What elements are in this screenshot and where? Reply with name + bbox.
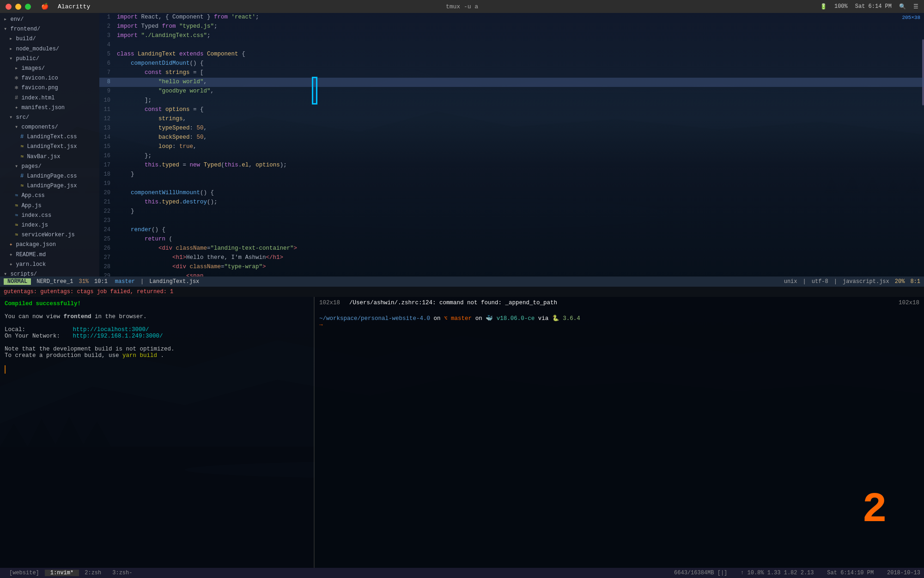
- tmux-window-zsh3[interactable]: 3:zsh-: [107, 570, 138, 576]
- code-line-16: 16 };: [99, 152, 924, 161]
- tmux-window-zsh2[interactable]: 2:zsh: [79, 570, 107, 576]
- mac-menubar: 🍎 Alacritty: [38, 3, 93, 10]
- tmux-window-nvim[interactable]: 1:nvim*: [45, 570, 79, 576]
- battery-percent: 100%: [834, 3, 848, 10]
- line-count-badge: 205×38: [902, 15, 920, 20]
- tmux-cpu: ↑ 10.8% 1.33 1.82 2.13: [741, 570, 814, 576]
- vim-info-line: gutentags: gutentags: ctags job failed, …: [0, 287, 924, 297]
- tree-item-src[interactable]: ▾ src/: [0, 113, 99, 123]
- tree-item-node-modules[interactable]: ▸ node_modules/: [0, 44, 99, 54]
- term-prompt-line: ~/workspace/personal-website-4.0 on ⌥ ma…: [319, 314, 919, 322]
- vim-message: gutentags: gutentags: ctags job failed, …: [4, 289, 173, 295]
- maximize-button[interactable]: [25, 4, 31, 10]
- code-line-11: 11 const options = {: [99, 105, 924, 115]
- code-line-17: 17 this.typed = new Typed(this.el, optio…: [99, 161, 924, 170]
- code-line-5: 5 class LandingText extends Component {: [99, 50, 924, 59]
- tree-item-index-js[interactable]: ≈ index.js: [0, 221, 99, 230]
- tree-item-scripts[interactable]: ▾ scripts/: [0, 270, 99, 277]
- vim-status-bar: NORMAL NERD_tree_1 31% 10:1 master | Lan…: [0, 277, 924, 287]
- tree-item-landingpage-css[interactable]: # LandingPage.css: [0, 172, 99, 181]
- window-title: tmux -u a: [446, 3, 478, 10]
- code-line-6: 6 componentDidMount() {: [99, 59, 924, 68]
- tree-item-package-json[interactable]: ✦ package.json: [0, 240, 99, 250]
- code-line-14: 14 backSpeed: 50,: [99, 133, 924, 142]
- code-line-23: 23: [99, 216, 924, 226]
- tree-item-yarn-lock[interactable]: ✦ yarn.lock: [0, 260, 99, 270]
- tree-item-favicon-png[interactable]: ✻ favicon.png: [0, 83, 99, 93]
- minimize-button[interactable]: [15, 4, 21, 10]
- file-format: utf-8: [812, 278, 828, 285]
- tmux-info: 6643/16384MB [|] ↑ 10.8% 1.33 1.82 2.13 …: [674, 570, 920, 576]
- term-prompt-arrow: →: [319, 322, 919, 328]
- tree-item-images[interactable]: ▸ images/: [0, 64, 99, 74]
- vim-cursor: [312, 77, 317, 105]
- tree-item-readme-md[interactable]: ✦ README.md: [0, 250, 99, 260]
- code-line-27: 27 <h1>Hello there, I'm Ashwin</h1>: [99, 253, 924, 263]
- tree-item-pages[interactable]: ▾ pages/: [0, 162, 99, 172]
- code-line-21: 21 this.typed.destroy();: [99, 198, 924, 207]
- status-percent: 31%: [79, 278, 89, 285]
- status-left: NORMAL NERD_tree_1 31% 10:1: [4, 278, 108, 285]
- code-line-7: 7 const strings = [: [99, 68, 924, 78]
- tree-item-favicon-ico[interactable]: ✻ favicon.ico: [0, 74, 99, 83]
- tree-item-build[interactable]: ▸ build/: [0, 34, 99, 44]
- tree-item-manifest-json[interactable]: ✦ manifest.json: [0, 103, 99, 113]
- editor-area: ▸ env/ ▾ frontend/ ▸ build/ ▸ node_modul…: [0, 13, 924, 277]
- main-container: ▸ env/ ▾ frontend/ ▸ build/ ▸ node_modul…: [0, 13, 924, 578]
- tree-item-index-html[interactable]: # index.html: [0, 93, 99, 103]
- tree-item-landingtext-css[interactable]: # LandingText.css: [0, 132, 99, 142]
- code-line-10: 10 ];: [99, 96, 924, 105]
- code-line-8: 8 "hello world",: [99, 78, 924, 87]
- git-branch: master: [115, 278, 135, 285]
- code-line-2: 2 import Typed from "typed.js";: [99, 22, 924, 31]
- tree-item-serviceworker-js[interactable]: ≈ serviceWorker.js: [0, 230, 99, 240]
- file-encoding: unix: [784, 278, 797, 285]
- menu-icon[interactable]: ☰: [913, 3, 918, 10]
- code-content: 205×38 1 import React, { Component } fro…: [99, 13, 924, 277]
- status-ratio: 10:1: [94, 278, 108, 285]
- code-line-25: 25 return (: [99, 235, 924, 244]
- tree-item-env[interactable]: ▸ env/: [0, 15, 99, 25]
- tmux-window-website[interactable]: [website]: [4, 570, 45, 576]
- tmux-date: 2018-10-13: [887, 570, 920, 576]
- code-line-1: 1 import React, { Component } from 'reac…: [99, 13, 924, 22]
- code-line-26: 26 <div className="landing-text-containe…: [99, 244, 924, 253]
- code-line-24: 24 render() {: [99, 226, 924, 235]
- tree-item-components[interactable]: ▾ components/: [0, 123, 99, 132]
- search-icon[interactable]: 🔍: [899, 3, 906, 10]
- tmux-windows: [website] 1:nvim* 2:zsh 3:zsh-: [4, 570, 138, 576]
- tmux-bar: [website] 1:nvim* 2:zsh 3:zsh- 6643/1638…: [0, 568, 924, 578]
- traffic-lights: [6, 4, 31, 10]
- tree-item-landingpage-jsx[interactable]: ≈ LandingPage.jsx: [0, 181, 99, 191]
- apple-menu[interactable]: 🍎: [38, 3, 51, 10]
- code-line-28: 28 <div className="type-wrap">: [99, 263, 924, 272]
- status-zoom: 20%: [895, 278, 905, 285]
- alacritty-menu[interactable]: Alacritty: [55, 3, 93, 10]
- battery-icon: 🔋: [820, 3, 827, 10]
- tree-item-app-css[interactable]: ≈ App.css: [0, 191, 99, 201]
- tree-item-index-css[interactable]: ≈ index.css: [0, 211, 99, 221]
- nerd-tree-name: NERD_tree_1: [36, 278, 73, 285]
- tree-item-frontend[interactable]: ▾ frontend/: [0, 25, 99, 34]
- terminal-right-pane[interactable]: 102x18 /Users/ashwin/.zshrc:124: command…: [315, 297, 924, 568]
- tree-item-public[interactable]: ▾ public/: [0, 54, 99, 64]
- code-line-18: 18 }: [99, 170, 924, 179]
- code-line-12: 12 strings,: [99, 115, 924, 124]
- titlebar: 🍎 Alacritty tmux -u a 🔋 100% Sat 6:14 PM…: [0, 0, 924, 13]
- status-separator: |: [140, 278, 144, 285]
- code-editor[interactable]: 205×38 1 import React, { Component } fro…: [99, 13, 924, 277]
- clock: Sat 6:14 PM: [855, 3, 892, 10]
- code-line-9: 9 "goodbye world",: [99, 87, 924, 96]
- code-line-29: 29 <span: [99, 272, 924, 277]
- tree-item-navbar-jsx[interactable]: ≈ NavBar.jsx: [0, 152, 99, 162]
- cursor-position: 8:1: [910, 278, 920, 285]
- tree-item-app-js[interactable]: ≈ App.js: [0, 201, 99, 211]
- term-right-header: 102x18 /Users/ashwin/.zshrc:124: command…: [319, 300, 919, 306]
- close-button[interactable]: [6, 4, 12, 10]
- code-line-22: 22 }: [99, 207, 924, 216]
- titlebar-right: 🔋 100% Sat 6:14 PM 🔍 ☰: [820, 3, 918, 10]
- tree-item-landingtext-jsx[interactable]: ≈ LandingText.jsx: [0, 142, 99, 152]
- status-filename: LandingText.jsx: [149, 278, 199, 285]
- tmux-memory: 6643/16384MB [|]: [674, 570, 727, 576]
- code-line-15: 15 loop: true,: [99, 142, 924, 152]
